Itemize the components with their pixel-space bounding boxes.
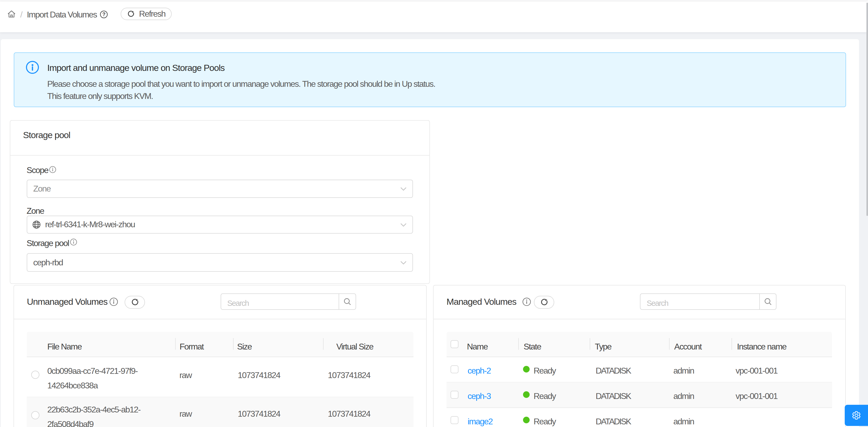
svg-text:?: ? <box>102 11 105 17</box>
